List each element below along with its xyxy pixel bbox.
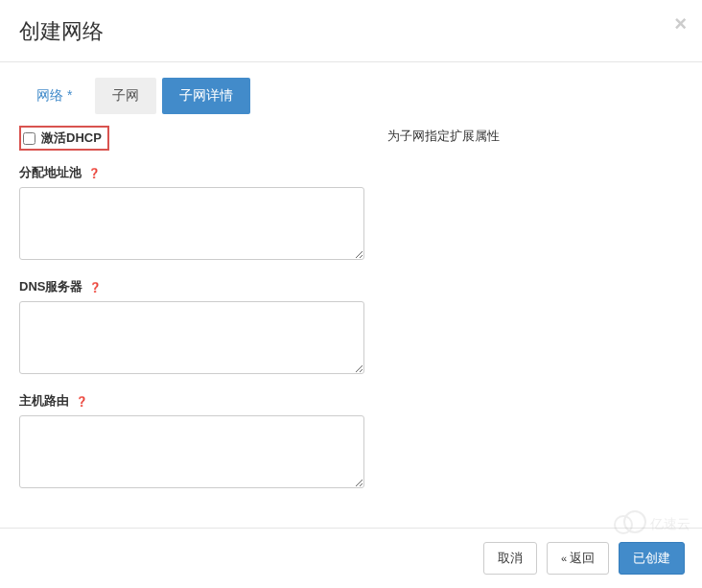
modal-title: 创建网络	[19, 17, 683, 46]
help-column: 为子网指定扩展属性	[387, 126, 683, 506]
modal-body: 网络 子网 子网详情 激活DHCP 分配地址池 ❓	[0, 62, 702, 526]
modal-footer: 取消 « 返回 已创建	[0, 528, 702, 588]
chevron-left-icon: «	[561, 553, 566, 564]
enable-dhcp-highlight: 激活DHCP	[19, 126, 109, 151]
submit-button[interactable]: 已创建	[619, 542, 685, 575]
enable-dhcp-label[interactable]: 激活DHCP	[41, 129, 102, 147]
form-column: 激活DHCP 分配地址池 ❓ DNS服务器 ❓	[19, 126, 364, 506]
enable-dhcp-checkbox[interactable]	[23, 132, 35, 145]
tab-bar: 网络 子网 子网详情	[19, 78, 683, 114]
tab-subnet[interactable]: 子网	[95, 78, 156, 114]
help-icon[interactable]: ❓	[87, 167, 101, 180]
create-network-modal: × 创建网络 网络 子网 子网详情 激活DHCP 分配地址池 ❓	[0, 0, 702, 588]
content-row: 激活DHCP 分配地址池 ❓ DNS服务器 ❓	[19, 126, 683, 506]
host-routes-group: 主机路由 ❓	[19, 392, 364, 491]
allocation-pools-textarea[interactable]	[19, 187, 364, 260]
help-text: 为子网指定扩展属性	[387, 128, 683, 145]
allocation-pools-label: 分配地址池 ❓	[19, 164, 364, 181]
host-routes-label-text: 主机路由	[19, 393, 69, 408]
close-icon[interactable]: ×	[674, 13, 687, 35]
allocation-pools-label-text: 分配地址池	[19, 165, 82, 179]
dns-servers-group: DNS服务器 ❓	[19, 278, 364, 377]
cancel-button[interactable]: 取消	[483, 542, 537, 575]
allocation-pools-group: 分配地址池 ❓	[19, 164, 364, 263]
host-routes-textarea[interactable]	[19, 415, 364, 488]
help-icon[interactable]: ❓	[75, 395, 88, 409]
back-button[interactable]: « 返回	[547, 542, 609, 575]
tab-subnet-details[interactable]: 子网详情	[162, 78, 250, 114]
modal-header: 创建网络	[0, 0, 702, 62]
dns-servers-textarea[interactable]	[19, 301, 364, 374]
back-button-label: 返回	[570, 550, 595, 567]
host-routes-label: 主机路由 ❓	[19, 392, 364, 410]
dns-servers-label: DNS服务器 ❓	[19, 278, 364, 295]
dns-servers-label-text: DNS服务器	[19, 279, 82, 294]
help-icon[interactable]: ❓	[88, 281, 102, 294]
tab-network[interactable]: 网络	[19, 78, 89, 114]
